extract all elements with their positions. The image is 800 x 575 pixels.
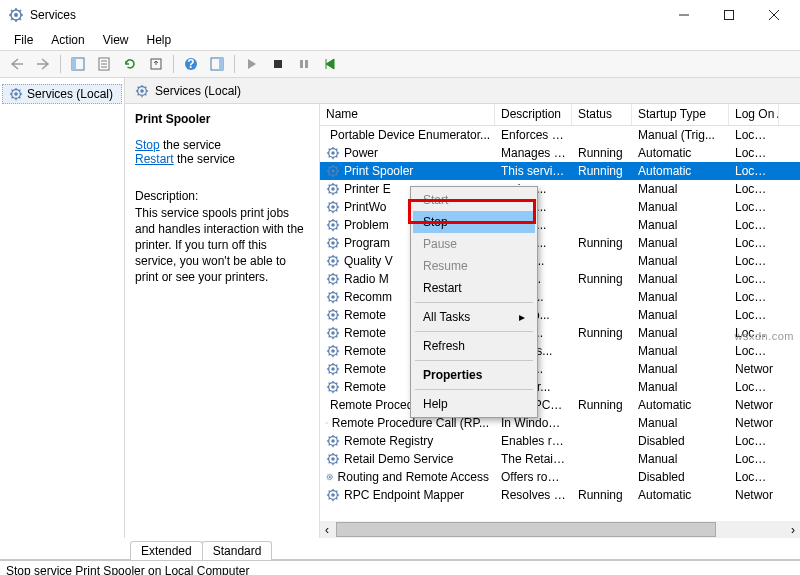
tab-extended[interactable]: Extended: [130, 541, 203, 560]
column-headers: Name Description Status Startup Type Log…: [320, 104, 800, 126]
restart-link[interactable]: Restart: [135, 152, 174, 166]
separator: [173, 55, 174, 73]
service-row[interactable]: Remoteges di...RunningManualLocal Sy: [320, 324, 800, 342]
back-button[interactable]: [6, 53, 28, 75]
properties-button[interactable]: [93, 53, 115, 75]
chevron-right-icon: ▸: [519, 310, 525, 324]
minimize-button[interactable]: [661, 1, 706, 29]
horizontal-scrollbar[interactable]: ‹ ›: [320, 521, 800, 538]
menu-action[interactable]: Action: [43, 31, 92, 49]
service-row[interactable]: Remote Procedure Call (RP...In Windows..…: [320, 414, 800, 432]
stop-suffix: the service: [160, 138, 221, 152]
export-button[interactable]: [145, 53, 167, 75]
stop-service-button[interactable]: [267, 53, 289, 75]
scroll-thumb[interactable]: [336, 522, 716, 537]
col-description[interactable]: Description: [495, 104, 572, 125]
service-desc: Enables rem...: [495, 434, 572, 448]
service-row[interactable]: Remote Procedure Call (RPC)The RPCSS s..…: [320, 396, 800, 414]
service-row[interactable]: Printer Eervice ...ManualLocal Sy: [320, 180, 800, 198]
menu-item-help[interactable]: Help: [413, 393, 535, 415]
service-row[interactable]: Quality Vty Win...ManualLocal Sy: [320, 252, 800, 270]
titlebar: Services: [0, 0, 800, 30]
gear-icon: [326, 344, 340, 358]
col-startup[interactable]: Startup Type: [632, 104, 729, 125]
service-row[interactable]: Remotes user...ManualNetwor: [320, 360, 800, 378]
restart-service-button[interactable]: [319, 53, 341, 75]
menu-item-refresh[interactable]: Refresh: [413, 335, 535, 357]
service-name: Remote Procedure Call (RP...: [332, 416, 489, 430]
service-row[interactable]: Recommes aut...ManualLocal Sy: [320, 288, 800, 306]
menu-item-label: Refresh: [423, 339, 465, 353]
service-row[interactable]: Radio MMana...RunningManualLocal Sy: [320, 270, 800, 288]
service-name: Retail Demo Service: [344, 452, 453, 466]
service-logon: Local Sy: [729, 434, 779, 448]
menu-item-stop[interactable]: Stop: [413, 211, 535, 233]
service-name: Printer E: [344, 182, 391, 196]
forward-button[interactable]: [32, 53, 54, 75]
col-status[interactable]: Status: [572, 104, 632, 125]
service-status: Running: [572, 146, 632, 160]
gear-icon: [326, 434, 340, 448]
menu-item-label: Help: [423, 397, 448, 411]
service-startup: Manual: [632, 290, 729, 304]
gear-icon: [326, 416, 328, 430]
restart-suffix: the service: [174, 152, 235, 166]
watermark: wsxdn.com: [734, 330, 794, 342]
service-startup: Manual: [632, 182, 729, 196]
gear-icon: [326, 272, 340, 286]
close-button[interactable]: [751, 1, 796, 29]
service-row[interactable]: Routing and Remote AccessOffers routi...…: [320, 468, 800, 486]
service-desc: Manages p...: [495, 146, 572, 160]
service-row[interactable]: PrintWodes su...ManualLocal Sy: [320, 198, 800, 216]
menu-view[interactable]: View: [95, 31, 137, 49]
menubar: File Action View Help: [0, 30, 800, 50]
show-hide-tree-button[interactable]: [67, 53, 89, 75]
menu-help[interactable]: Help: [139, 31, 180, 49]
gear-icon: [326, 380, 340, 394]
service-logon: Local Sy: [729, 308, 779, 322]
service-startup: Disabled: [632, 434, 729, 448]
service-row[interactable]: RPC Endpoint MapperResolves RP...Running…: [320, 486, 800, 504]
detail-pane: Print Spooler Stop the service Restart t…: [125, 104, 320, 538]
service-row[interactable]: Remotees a co...ManualLocal Sy: [320, 306, 800, 324]
maximize-button[interactable]: [706, 1, 751, 29]
col-logon[interactable]: Log On As: [729, 104, 779, 125]
menu-item-all-tasks[interactable]: All Tasks▸: [413, 306, 535, 328]
pause-service-button[interactable]: [293, 53, 315, 75]
tab-standard[interactable]: Standard: [202, 541, 273, 560]
selected-service-name: Print Spooler: [135, 112, 309, 126]
stop-link[interactable]: Stop: [135, 138, 160, 152]
refresh-button[interactable]: [119, 53, 141, 75]
service-row[interactable]: Portable Device Enumerator...Enforces gr…: [320, 126, 800, 144]
service-startup: Manual: [632, 416, 729, 430]
menu-item-properties[interactable]: Properties: [413, 364, 535, 386]
service-name: Program: [344, 236, 390, 250]
menu-file[interactable]: File: [6, 31, 41, 49]
service-row[interactable]: Remoteote Des...ManualLocal Sy: [320, 342, 800, 360]
service-logon: Local Sy: [729, 236, 779, 250]
menu-item-restart[interactable]: Restart: [413, 277, 535, 299]
service-row[interactable]: Retail Demo ServiceThe Retail D...Manual…: [320, 450, 800, 468]
service-startup: Manual: [632, 200, 729, 214]
service-row[interactable]: Programervice ...RunningManualLocal Sy: [320, 234, 800, 252]
show-hide-actions-button[interactable]: [206, 53, 228, 75]
menu-item-pause: Pause: [413, 233, 535, 255]
service-row[interactable]: Remotees the r...ManualLocal Sy: [320, 378, 800, 396]
service-row[interactable]: Remote RegistryEnables rem...DisabledLoc…: [320, 432, 800, 450]
nav-services-local[interactable]: Services (Local): [2, 84, 122, 104]
service-logon: Local Sy: [729, 200, 779, 214]
service-logon: Networ: [729, 416, 779, 430]
service-startup: Manual: [632, 236, 729, 250]
menu-item-label: Properties: [423, 368, 482, 382]
scroll-left-icon[interactable]: ‹: [320, 523, 334, 537]
help-button[interactable]: ?: [180, 53, 202, 75]
service-desc: The Retail D...: [495, 452, 572, 466]
service-row[interactable]: PowerManages p...RunningAutomaticLocal S…: [320, 144, 800, 162]
start-service-button[interactable]: [241, 53, 263, 75]
scroll-right-icon[interactable]: ›: [786, 523, 800, 537]
gear-icon: [9, 87, 23, 101]
gear-icon: [326, 164, 340, 178]
service-row[interactable]: Print SpoolerThis service ...RunningAuto…: [320, 162, 800, 180]
service-row[interactable]: Problemervice ...ManualLocal Sy: [320, 216, 800, 234]
col-name[interactable]: Name: [320, 104, 495, 125]
